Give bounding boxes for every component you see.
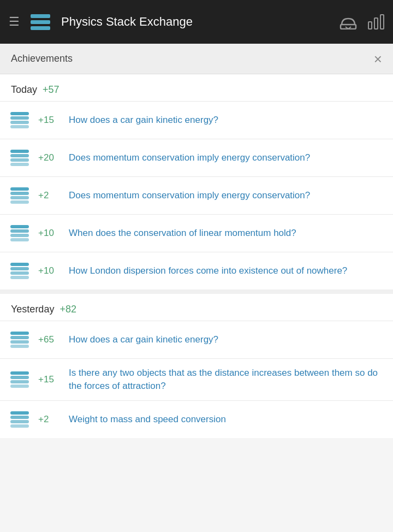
hamburger-icon[interactable]: ☰ xyxy=(9,15,20,29)
achievement-score: +10 xyxy=(38,265,61,276)
achievement-item[interactable]: +10How London dispersion forces come int… xyxy=(0,252,393,289)
svg-rect-7 xyxy=(10,112,29,115)
achievement-title[interactable]: When does the conservation of linear mom… xyxy=(69,227,384,240)
achievement-title[interactable]: How London dispersion forces come into e… xyxy=(69,264,384,277)
svg-rect-33 xyxy=(10,420,29,423)
se-logo-icon xyxy=(9,147,30,168)
svg-rect-28 xyxy=(10,385,29,388)
section-day: Yesterday xyxy=(11,304,54,315)
svg-rect-34 xyxy=(10,416,29,419)
svg-rect-19 xyxy=(10,225,29,228)
achievement-logo-wrapper xyxy=(9,147,31,169)
achievement-title[interactable]: Does momentum conservation imply energy … xyxy=(69,189,384,202)
achievement-score: +2 xyxy=(38,190,61,201)
achievement-item[interactable]: +2Weight to mass and speed conversion xyxy=(0,400,393,438)
svg-rect-4 xyxy=(10,125,29,128)
close-button[interactable]: × xyxy=(374,52,382,66)
svg-rect-35 xyxy=(10,411,29,415)
svg-rect-20 xyxy=(10,276,29,279)
svg-rect-31 xyxy=(10,371,29,375)
svg-rect-3 xyxy=(380,15,384,29)
se-logo-icon xyxy=(9,369,30,390)
svg-rect-10 xyxy=(10,154,29,157)
achievement-title[interactable]: Does momentum conservation imply energy … xyxy=(69,151,384,164)
inbox-icon[interactable] xyxy=(340,14,357,29)
achievements-label: Achievements xyxy=(11,53,73,64)
section-score: +82 xyxy=(59,304,76,315)
app-title: Physics Stack Exchange xyxy=(61,15,193,29)
achievement-logo-wrapper xyxy=(9,369,31,391)
achievements-bar: Achievements × xyxy=(0,44,393,74)
header-right xyxy=(340,14,384,29)
svg-rect-22 xyxy=(10,267,29,270)
achievement-logo-wrapper xyxy=(9,329,31,351)
achievement-score: +10 xyxy=(38,228,61,239)
se-logo-icon xyxy=(9,223,30,244)
achievement-title[interactable]: How does a car gain kinetic energy? xyxy=(69,114,384,127)
svg-rect-32 xyxy=(10,424,29,428)
achievement-item[interactable]: +2Does momentum conservation imply energ… xyxy=(0,176,393,214)
svg-rect-11 xyxy=(10,150,29,153)
svg-rect-29 xyxy=(10,380,29,383)
svg-rect-23 xyxy=(10,263,29,266)
se-logo-icon xyxy=(9,329,30,350)
svg-rect-26 xyxy=(10,336,29,339)
svg-rect-2 xyxy=(374,18,378,29)
svg-rect-16 xyxy=(10,238,29,241)
achievement-item[interactable]: +65How does a car gain kinetic energy? xyxy=(0,321,393,358)
achievement-score: +15 xyxy=(38,374,61,385)
achievement-logo-wrapper xyxy=(9,109,31,131)
svg-rect-6 xyxy=(10,116,29,120)
achievement-title[interactable]: Weight to mass and speed conversion xyxy=(69,413,384,426)
achievement-logo-wrapper xyxy=(9,409,31,430)
svg-rect-8 xyxy=(10,163,29,166)
svg-rect-25 xyxy=(10,340,29,344)
svg-rect-30 xyxy=(10,376,29,379)
svg-rect-5 xyxy=(10,121,29,124)
achievement-item[interactable]: +15How does a car gain kinetic energy? xyxy=(0,101,393,139)
svg-rect-9 xyxy=(10,158,29,162)
achievement-item[interactable]: +15Is there any two objects that as the … xyxy=(0,358,393,400)
achievement-title[interactable]: Is there any two objects that as the dis… xyxy=(69,367,384,393)
se-logo-icon xyxy=(9,185,30,206)
achievement-score: +65 xyxy=(38,334,61,345)
svg-rect-14 xyxy=(10,192,29,195)
svg-rect-12 xyxy=(10,200,29,204)
achievement-score: +2 xyxy=(38,414,61,425)
section-header-1: Yesterday +82 xyxy=(0,294,393,321)
svg-rect-15 xyxy=(10,187,29,191)
svg-rect-13 xyxy=(10,196,29,199)
section-separator xyxy=(0,289,393,294)
achievement-score: +15 xyxy=(38,115,61,126)
section-day: Today xyxy=(11,84,37,96)
achievement-logo-wrapper xyxy=(9,222,31,244)
app-logo xyxy=(27,9,53,35)
achievement-title[interactable]: How does a car gain kinetic energy? xyxy=(69,333,384,346)
section-score: +57 xyxy=(43,84,59,96)
chart-icon[interactable] xyxy=(368,14,384,29)
svg-rect-1 xyxy=(368,22,372,29)
achievement-item[interactable]: +10When does the conservation of linear … xyxy=(0,214,393,252)
achievement-logo-wrapper xyxy=(9,185,31,206)
svg-rect-17 xyxy=(10,234,29,237)
achievement-logo-wrapper xyxy=(9,260,31,282)
app-header: ☰ Physics Stack Exchange xyxy=(0,0,393,44)
header-left: ☰ Physics Stack Exchange xyxy=(9,9,193,35)
achievements-content: Today +57 +15How does a car gain kinetic… xyxy=(0,74,393,438)
svg-rect-21 xyxy=(10,271,29,275)
se-logo-icon xyxy=(9,409,30,430)
se-logo-icon xyxy=(9,261,30,281)
achievement-item[interactable]: +20Does momentum conservation imply ener… xyxy=(0,139,393,176)
svg-rect-27 xyxy=(10,332,29,335)
achievement-score: +20 xyxy=(38,152,61,163)
svg-rect-24 xyxy=(10,345,29,348)
section-header-0: Today +57 xyxy=(0,74,393,101)
se-logo-icon xyxy=(9,110,30,131)
svg-rect-18 xyxy=(10,229,29,233)
